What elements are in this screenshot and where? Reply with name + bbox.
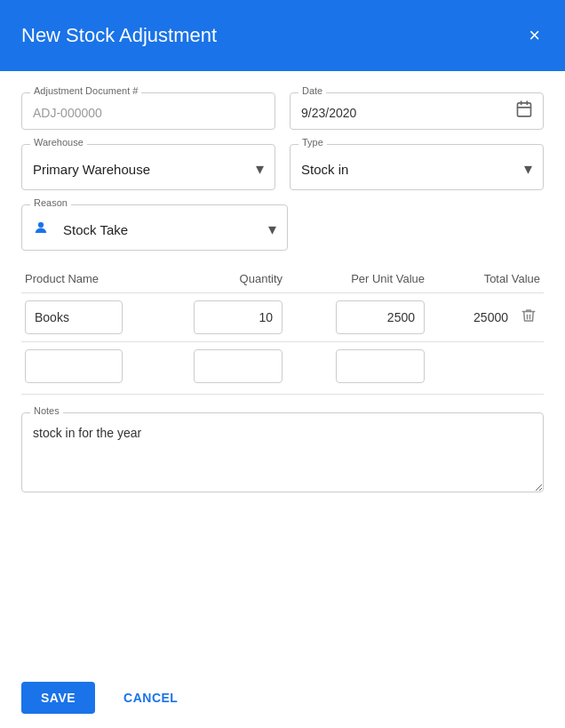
cell-puv xyxy=(282,300,425,334)
new-stock-adjustment-modal: New Stock Adjustment × Adjustment Docume… xyxy=(0,0,565,728)
cell-qty xyxy=(140,300,282,334)
table-row: 25000 xyxy=(21,293,544,342)
form-row-2: Warehouse Primary Warehouse ▾ Type Stock… xyxy=(21,144,544,190)
type-select[interactable]: Stock in ▾ xyxy=(290,144,544,190)
form-row-3: Reason Stock Take ▾ xyxy=(21,204,544,251)
svg-rect-0 xyxy=(518,103,531,116)
cell-tv: 25000 xyxy=(425,306,540,330)
delete-row-button[interactable] xyxy=(517,306,540,330)
reason-select[interactable]: Stock Take ▾ xyxy=(21,204,288,251)
items-table: Product Name Quantity Per Unit Value Tot… xyxy=(21,265,544,395)
date-input[interactable] xyxy=(290,92,544,130)
col-total-value: Total Value xyxy=(425,272,540,285)
empty-cell-qty xyxy=(140,349,282,383)
empty-table-row xyxy=(21,342,544,390)
notes-label: Notes xyxy=(30,405,63,416)
warehouse-select[interactable]: Primary Warehouse ▾ xyxy=(21,144,275,190)
modal-footer: SAVE CANCEL xyxy=(0,668,565,728)
col-quantity: Quantity xyxy=(140,272,282,285)
product-name-input[interactable] xyxy=(25,300,123,334)
empty-qty-input[interactable] xyxy=(194,349,282,383)
type-field: Type Stock in ▾ xyxy=(290,144,544,190)
notes-textarea[interactable]: stock in for the year xyxy=(21,412,544,492)
warehouse-chevron-icon: ▾ xyxy=(256,159,264,179)
svg-point-4 xyxy=(38,222,44,228)
form-row-1: Adjustment Document # Date xyxy=(21,92,544,130)
modal-title: New Stock Adjustment xyxy=(21,24,217,47)
col-product-name: Product Name xyxy=(25,272,140,285)
puv-input[interactable] xyxy=(336,300,425,334)
date-field: Date xyxy=(290,92,544,130)
cancel-button[interactable]: CANCEL xyxy=(109,682,192,714)
modal-header: New Stock Adjustment × xyxy=(0,0,565,71)
reason-field: Reason Stock Take ▾ xyxy=(21,204,288,251)
type-chevron-icon: ▾ xyxy=(524,159,532,179)
empty-cell-product xyxy=(25,349,140,383)
reason-value: Stock Take xyxy=(58,222,259,237)
reason-person-icon xyxy=(33,220,49,240)
total-value-display: 25000 xyxy=(473,310,508,324)
empty-cell-puv xyxy=(282,349,425,383)
adj-doc-field: Adjustment Document # xyxy=(21,92,275,130)
adj-doc-label: Adjustment Document # xyxy=(30,85,141,96)
reason-chevron-icon: ▾ xyxy=(268,220,276,239)
type-value: Stock in xyxy=(301,162,348,177)
table-header: Product Name Quantity Per Unit Value Tot… xyxy=(21,265,544,293)
calendar-icon[interactable] xyxy=(515,100,533,123)
type-label: Type xyxy=(298,137,327,148)
date-label: Date xyxy=(298,85,326,96)
warehouse-field: Warehouse Primary Warehouse ▾ xyxy=(21,144,275,190)
warehouse-label: Warehouse xyxy=(30,137,87,148)
notes-section: Notes stock in for the year xyxy=(21,412,544,496)
empty-product-input[interactable] xyxy=(25,349,123,383)
adj-doc-input[interactable] xyxy=(21,92,275,130)
save-button[interactable]: SAVE xyxy=(21,682,95,714)
qty-input[interactable] xyxy=(194,300,282,334)
empty-puv-input[interactable] xyxy=(336,349,425,383)
warehouse-value: Primary Warehouse xyxy=(33,162,150,177)
reason-label: Reason xyxy=(30,197,71,208)
col-per-unit-value: Per Unit Value xyxy=(282,272,425,285)
close-button[interactable]: × xyxy=(525,22,544,49)
cell-product xyxy=(25,300,140,334)
modal-body: Adjustment Document # Date War xyxy=(0,71,565,668)
